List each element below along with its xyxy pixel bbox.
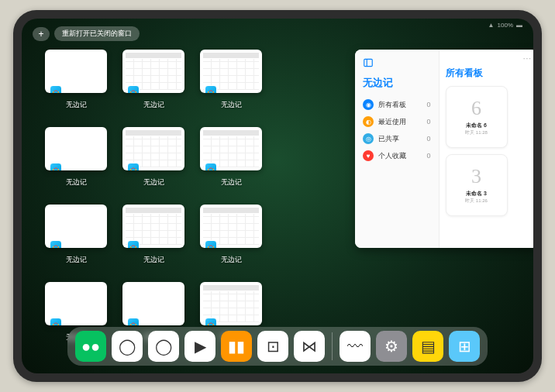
window-label: 无边记 — [66, 255, 87, 265]
window-thumbnail — [122, 50, 184, 93]
plus-icon: + — [38, 29, 43, 40]
dock-app-settings[interactable]: ⚙ — [376, 331, 407, 362]
freeform-app-icon — [50, 85, 62, 93]
board-list: ··· 所有看板 6 未命名 6 昨天 11:283 未命名 3 昨天 11:2… — [440, 50, 533, 248]
board-preview: 3 — [471, 167, 481, 187]
freeform-app-icon — [50, 240, 62, 248]
board-card[interactable]: 6 未命名 6 昨天 11:28 — [446, 86, 508, 148]
window-label: 无边记 — [66, 177, 87, 187]
window-thumbnail — [200, 50, 262, 93]
dock-app-widgets[interactable]: ⊞ — [449, 331, 480, 362]
window-thumbnail — [122, 127, 184, 170]
sidebar-item-count: 0 — [427, 101, 431, 108]
board-list-title: 所有看板 — [446, 67, 532, 80]
window-label: 无边记 — [143, 255, 164, 265]
freeform-app-icon — [50, 163, 62, 170]
stage-window[interactable]: 无边记 — [122, 205, 184, 265]
sidebar-item-icon: ◉ — [363, 99, 374, 110]
wifi-icon: ▲ — [488, 22, 495, 29]
stage-window[interactable]: 无边记 — [45, 127, 107, 187]
dock-app-wechat[interactable]: ●● — [75, 331, 106, 362]
sidebar-item-label: 已共享 — [378, 134, 422, 144]
svg-rect-0 — [364, 59, 373, 66]
window-grid: 无边记 无边记 无边记 无边记 无边记 — [45, 50, 340, 321]
dock-separator — [332, 332, 333, 360]
ipad-frame: ▲ 100% ▬ + 重新打开已关闭的窗口 无边记 无边记 — [13, 10, 542, 382]
sidebar-item-count: 0 — [427, 135, 431, 143]
dock-app-notes[interactable]: ▤ — [412, 331, 443, 362]
freeform-app-icon — [205, 318, 217, 325]
dock-app-blackdot[interactable]: ⊡ — [257, 331, 288, 362]
stage-content: 无边记 无边记 无边记 无边记 无边记 — [45, 50, 510, 321]
sidebar-item[interactable]: ◎ 已共享 0 — [363, 130, 431, 147]
window-label: 无边记 — [143, 177, 164, 187]
sidebar-item-label: 个人收藏 — [378, 151, 422, 161]
reopen-label: 重新打开已关闭的窗口 — [62, 29, 132, 37]
window-thumbnail — [45, 205, 107, 248]
freeform-app-icon — [127, 85, 140, 93]
dock-app-qqbrowser[interactable]: ◯ — [148, 331, 179, 362]
reopen-closed-window-button[interactable]: 重新打开已关闭的窗口 — [54, 26, 140, 41]
window-thumbnail — [200, 127, 262, 170]
stage-window[interactable]: 无边记 — [45, 205, 107, 265]
sidebar-item[interactable]: ◐ 最近使用 0 — [363, 113, 431, 130]
more-icon[interactable]: ··· — [523, 54, 532, 63]
window-label: 无边记 — [221, 255, 242, 265]
screen: ▲ 100% ▬ + 重新打开已关闭的窗口 无边记 无边记 — [22, 19, 533, 373]
window-thumbnail — [122, 282, 184, 325]
sidebar-item-icon: ♥ — [363, 150, 374, 161]
stage-window[interactable]: 无边记 — [122, 127, 184, 187]
sidebar-item[interactable]: ♥ 个人收藏 0 — [363, 147, 431, 164]
dock-app-quark[interactable]: ◯ — [112, 331, 143, 362]
dock-app-play[interactable]: ▶ — [184, 331, 215, 362]
window-thumbnail — [200, 205, 262, 248]
sidebar-item-count: 0 — [427, 152, 431, 160]
window-label: 无边记 — [221, 100, 242, 110]
new-window-button[interactable]: + — [33, 27, 50, 41]
sidebar-item-icon: ◐ — [363, 116, 374, 127]
stage-window[interactable]: 无边记 — [122, 50, 184, 110]
board-preview: 6 — [471, 98, 481, 119]
app-window-large[interactable]: 无边记 ◉ 所有看板 0◐ 最近使用 0◎ 已共享 0♥ 个人收藏 0 ··· … — [355, 50, 533, 248]
battery-label: 100% — [498, 22, 513, 29]
board-title: 未命名 6 — [466, 122, 487, 129]
window-thumbnail — [45, 127, 107, 170]
board-title: 未命名 3 — [466, 190, 487, 198]
window-thumbnail — [45, 282, 107, 325]
sidebar-item-count: 0 — [427, 118, 431, 126]
dock: ●●◯◯▶▮▮⊡⋈〰⚙▤⊞ — [67, 327, 488, 366]
battery-icon: ▬ — [516, 22, 522, 29]
dock-app-books[interactable]: ▮▮ — [221, 331, 252, 362]
window-label: 无边记 — [143, 100, 164, 110]
window-label: 无边记 — [66, 100, 87, 110]
dock-app-connect[interactable]: ⋈ — [294, 331, 325, 362]
freeform-app-icon — [205, 163, 217, 170]
freeform-app-icon — [205, 85, 217, 93]
sidebar-item[interactable]: ◉ 所有看板 0 — [363, 96, 431, 113]
stage-window[interactable]: 无边记 — [200, 205, 262, 265]
freeform-app-icon — [205, 240, 217, 248]
status-bar: ▲ 100% ▬ — [488, 22, 522, 29]
sidebar-item-label: 所有看板 — [378, 100, 422, 110]
stage-window[interactable]: 无边记 — [200, 127, 262, 187]
sidebar-title: 无边记 — [363, 76, 431, 90]
board-subtitle: 昨天 11:26 — [465, 198, 488, 205]
window-label: 无边记 — [221, 177, 242, 187]
sidebar-item-icon: ◎ — [363, 133, 374, 144]
topbar: + 重新打开已关闭的窗口 — [33, 26, 140, 41]
freeform-app-icon — [127, 318, 140, 325]
window-thumbnail — [122, 205, 184, 248]
stage-window[interactable]: 无边记 — [45, 50, 107, 110]
sidebar-item-label: 最近使用 — [378, 117, 422, 127]
sidebar-toggle-icon[interactable] — [363, 57, 374, 68]
window-thumbnail — [200, 282, 262, 325]
freeform-app-icon — [127, 163, 140, 170]
freeform-app-icon — [50, 318, 62, 325]
dock-app-freeform[interactable]: 〰 — [340, 331, 371, 362]
sidebar: 无边记 ◉ 所有看板 0◐ 最近使用 0◎ 已共享 0♥ 个人收藏 0 — [355, 50, 440, 248]
window-thumbnail — [45, 50, 107, 93]
freeform-app-icon — [127, 240, 140, 248]
stage-window[interactable]: 无边记 — [200, 50, 262, 110]
board-subtitle: 昨天 11:28 — [465, 129, 488, 136]
board-card[interactable]: 3 未命名 3 昨天 11:26 — [446, 154, 508, 216]
